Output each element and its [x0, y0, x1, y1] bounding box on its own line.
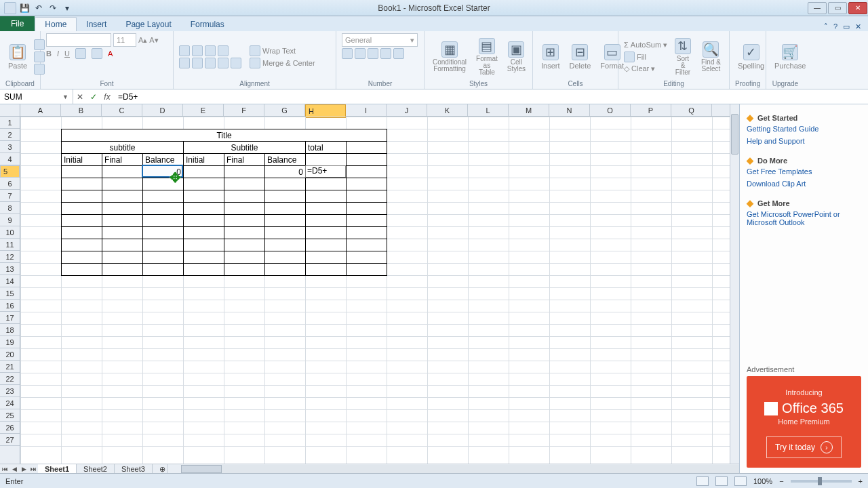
orientation-icon[interactable] [218, 45, 229, 56]
row-header-27[interactable]: 27 [0, 434, 20, 446]
font-name-select[interactable] [46, 33, 111, 47]
row-header-4[interactable]: 4 [0, 153, 20, 165]
col-header-P[interactable]: P [631, 104, 671, 116]
insert-function-button[interactable]: fx [100, 92, 114, 102]
align-left-icon[interactable] [179, 58, 190, 68]
zoom-knob[interactable] [818, 477, 822, 485]
row-header-7[interactable]: 7 [0, 190, 20, 202]
zoom-in-button[interactable]: + [859, 477, 863, 485]
row-header-22[interactable]: 22 [0, 373, 20, 385]
currency-icon[interactable] [342, 48, 353, 59]
close-button[interactable]: ✕ [848, 2, 867, 14]
undo-button[interactable]: ↶ [33, 2, 45, 14]
row-header-21[interactable]: 21 [0, 361, 20, 373]
col-header-N[interactable]: N [549, 104, 590, 116]
dec-decimal-icon[interactable] [393, 48, 404, 59]
zoom-slider[interactable] [791, 480, 852, 483]
fill-color-icon[interactable] [92, 48, 102, 59]
view-layout-button[interactable] [715, 476, 728, 486]
cancel-formula-button[interactable]: ✕ [73, 92, 87, 102]
row-header-19[interactable]: 19 [0, 336, 20, 348]
align-bottom-icon[interactable] [205, 45, 216, 56]
col-header-G[interactable]: G [264, 104, 305, 116]
row-header-25[interactable]: 25 [0, 409, 20, 422]
side-link[interactable]: Download Clip Art [747, 180, 861, 188]
row-header-6[interactable]: 6 [0, 178, 20, 190]
col-header-I[interactable]: I [346, 104, 387, 116]
row-header-24[interactable]: 24 [0, 397, 20, 409]
hscroll-thumb[interactable] [181, 465, 222, 473]
autosum-button[interactable]: AutoSum [631, 41, 661, 49]
workbook-close-icon[interactable]: ✕ [855, 22, 861, 31]
cell-grid[interactable]: TitlesubtitleSubtitletotalInitialFinalBa… [20, 117, 730, 464]
row-header-12[interactable]: 12 [0, 251, 20, 263]
percent-icon[interactable] [355, 48, 366, 59]
sheet-tab-2[interactable]: Sheet2 [77, 464, 115, 474]
col-header-C[interactable]: C [102, 104, 142, 116]
side-link[interactable]: Help and Support [747, 137, 861, 145]
italic-button[interactable]: I [57, 49, 59, 58]
shrink-font-icon[interactable]: A▾ [149, 36, 158, 45]
col-header-O[interactable]: O [590, 104, 631, 116]
row-header-14[interactable]: 14 [0, 275, 20, 287]
window-restore-icon[interactable]: ▭ [843, 22, 850, 31]
view-normal-button[interactable] [696, 476, 709, 486]
row-header-5[interactable]: 5 [0, 165, 20, 178]
row-header-26[interactable]: 26 [0, 422, 20, 434]
minimize-button[interactable]: — [808, 2, 827, 14]
row-header-9[interactable]: 9 [0, 214, 20, 226]
underline-button[interactable]: U [64, 49, 70, 58]
col-header-F[interactable]: F [224, 104, 264, 116]
redo-button[interactable]: ↷ [47, 2, 59, 14]
number-format-select[interactable]: General▾ [342, 33, 418, 47]
side-link[interactable]: Getting Started Guide [747, 125, 861, 133]
format-as-table-button[interactable]: ▤Format as Table [473, 37, 500, 77]
help-icon[interactable]: ? [833, 22, 837, 31]
tab-formulas[interactable]: Formulas [181, 18, 234, 31]
wrap-text-button[interactable]: Wrap Text [262, 47, 296, 55]
indent-dec-icon[interactable] [218, 58, 229, 68]
merge-center-button[interactable]: Merge & Center [262, 59, 315, 67]
align-center-icon[interactable] [192, 58, 203, 68]
col-header-B[interactable]: B [61, 104, 102, 116]
col-header-H[interactable]: H [305, 104, 346, 118]
row-headers[interactable]: 1234567891011121314151617181920212223242… [0, 117, 20, 464]
sort-filter-button[interactable]: ⇅Sort & Filter [671, 37, 694, 77]
row-header-18[interactable]: 18 [0, 324, 20, 336]
row-header-8[interactable]: 8 [0, 202, 20, 214]
tab-nav-first[interactable]: ⏮ [0, 466, 9, 472]
side-link[interactable]: Get Microsoft PowerPoint or Microsoft Ou… [747, 210, 861, 226]
ribbon-minimize-icon[interactable]: ˄ [824, 22, 828, 31]
side-link[interactable]: Get Free Templates [747, 167, 861, 176]
row-header-20[interactable]: 20 [0, 348, 20, 361]
purchase-button[interactable]: 🛒Purchase [772, 43, 808, 71]
row-header-11[interactable]: 11 [0, 239, 20, 251]
insert-cells-button[interactable]: ⊞Insert [538, 43, 563, 71]
row-header-16[interactable]: 16 [0, 300, 20, 312]
align-right-icon[interactable] [205, 58, 216, 68]
col-header-M[interactable]: M [509, 104, 549, 116]
sheet-tab-3[interactable]: Sheet3 [115, 464, 153, 474]
formula-input[interactable]: =D5+ [114, 92, 868, 102]
indent-inc-icon[interactable] [231, 58, 241, 68]
align-top-icon[interactable] [179, 45, 190, 56]
align-middle-icon[interactable] [192, 45, 203, 56]
paste-button[interactable]: 📋 Paste [5, 43, 30, 71]
enter-formula-button[interactable]: ✓ [87, 92, 100, 102]
row-header-10[interactable]: 10 [0, 226, 20, 239]
spelling-button[interactable]: ✓Spelling [735, 43, 767, 71]
user-table[interactable]: TitlesubtitleSubtitletotalInitialFinalBa… [61, 129, 387, 276]
tab-nav-next[interactable]: ▶ [19, 466, 28, 472]
tab-nav-prev[interactable]: ◀ [9, 466, 19, 472]
find-select-button[interactable]: 🔍Find & Select [698, 40, 724, 74]
comma-icon[interactable] [368, 48, 378, 59]
select-all-corner[interactable] [0, 104, 20, 117]
ad-box[interactable]: Introducing Office 365 Home Premium Try … [747, 376, 861, 468]
row-header-23[interactable]: 23 [0, 385, 20, 397]
col-header-J[interactable]: J [387, 104, 427, 116]
zoom-out-button[interactable]: − [779, 477, 783, 485]
col-header-K[interactable]: K [427, 104, 468, 116]
tab-home[interactable]: Home [35, 17, 77, 31]
qat-customize[interactable]: ▾ [61, 2, 73, 14]
row-header-15[interactable]: 15 [0, 287, 20, 300]
